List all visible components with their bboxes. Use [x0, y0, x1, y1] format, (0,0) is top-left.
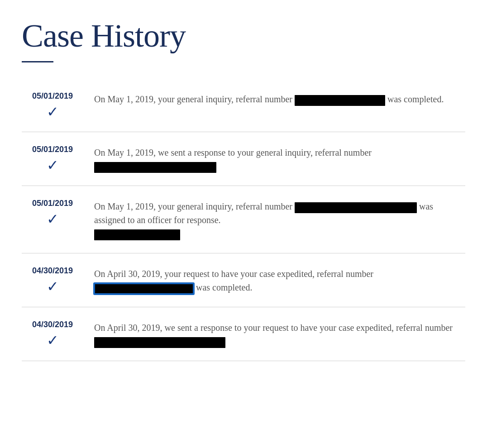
item-date: 05/01/2019 — [32, 91, 73, 101]
history-list: 05/01/2019 ✓ On May 1, 2019, your genera… — [22, 79, 465, 361]
date-check-col: 05/01/2019 ✓ — [22, 91, 94, 119]
date-check-col: 04/30/2019 ✓ — [22, 266, 94, 294]
item-description: On April 30, 2019, we sent a response to… — [94, 320, 465, 348]
item-date: 04/30/2019 — [32, 266, 73, 276]
date-check-col: 05/01/2019 ✓ — [22, 199, 94, 226]
checkmark-icon: ✓ — [47, 158, 59, 172]
checkmark-icon: ✓ — [47, 105, 59, 119]
checkmark-icon: ✓ — [47, 333, 59, 348]
page-title: Case History — [22, 18, 465, 54]
checkmark-icon: ✓ — [47, 212, 59, 226]
list-item: 05/01/2019 ✓ On May 1, 2019, we sent a r… — [22, 132, 465, 186]
title-divider — [22, 61, 53, 62]
item-description: On May 1, 2019, we sent a response to yo… — [94, 145, 465, 173]
date-check-col: 05/01/2019 ✓ — [22, 145, 94, 172]
item-description: On April 30, 2019, your request to have … — [94, 266, 465, 294]
redacted-reference — [94, 162, 216, 173]
list-item: 04/30/2019 ✓ On April 30, 2019, we sent … — [22, 307, 465, 361]
list-item: 04/30/2019 ✓ On April 30, 2019, your req… — [22, 253, 465, 307]
redacted-reference-2 — [94, 229, 180, 240]
redacted-reference — [295, 202, 417, 213]
item-description: On May 1, 2019, your general inquiry, re… — [94, 91, 465, 106]
checkmark-icon: ✓ — [47, 279, 59, 294]
list-item: 05/01/2019 ✓ On May 1, 2019, your genera… — [22, 79, 465, 132]
redacted-reference — [94, 337, 225, 348]
item-date: 05/01/2019 — [32, 145, 73, 154]
list-item: 05/01/2019 ✓ On May 1, 2019, your genera… — [22, 186, 465, 253]
item-description: On May 1, 2019, your general inquiry, re… — [94, 199, 465, 240]
redacted-reference — [295, 95, 385, 106]
item-date: 05/01/2019 — [32, 199, 73, 208]
redacted-reference-highlighted — [94, 283, 194, 294]
date-check-col: 04/30/2019 ✓ — [22, 320, 94, 348]
item-date: 04/30/2019 — [32, 320, 73, 329]
